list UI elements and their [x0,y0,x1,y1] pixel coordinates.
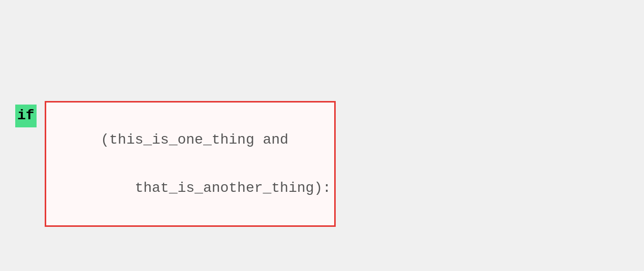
first-if-line: if (this_is_one_thing and that_is_anothe… [15,101,629,227]
condition-line2: that_is_another_thing): [101,180,331,196]
keyword-if-highlight: if [15,105,37,127]
code-block: if (this_is_one_thing and that_is_anothe… [15,10,629,271]
condition-line1: (this_is_one_thing and [101,132,288,148]
condition-highlight-box: (this_is_one_thing and that_is_another_t… [45,101,336,227]
space [37,105,45,127]
